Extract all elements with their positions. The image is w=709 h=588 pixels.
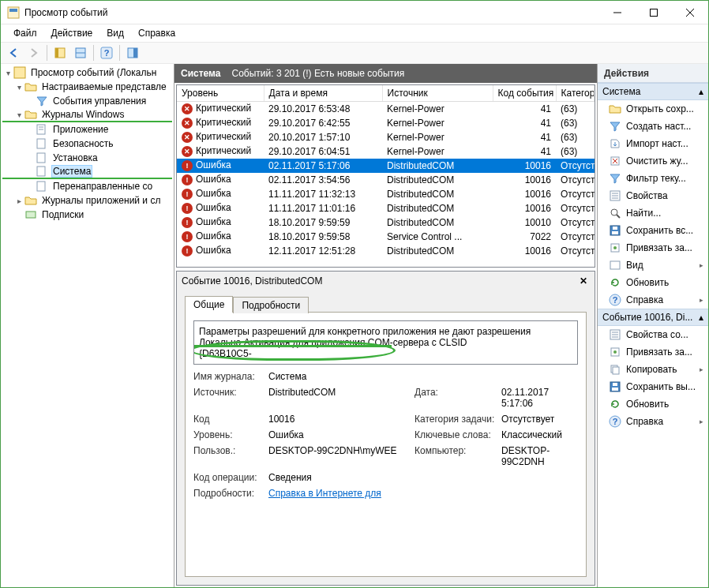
tree-apps-services[interactable]: ▸ Журналы приложений и сл xyxy=(2,193,172,208)
action-item[interactable]: ?Справка▸ xyxy=(598,291,708,309)
action-item[interactable]: Фильтр теку... xyxy=(598,170,708,187)
action-group-system[interactable]: Система ▴ xyxy=(598,83,708,100)
action-item[interactable]: ?Справка▸ xyxy=(598,413,708,430)
minimize-button[interactable] xyxy=(599,1,636,24)
tree-admin-events[interactable]: События управления xyxy=(2,94,172,108)
event-row[interactable]: !Ошибка18.10.2017 9:59:58Service Control… xyxy=(177,230,595,244)
event-row[interactable]: ✕Критический29.10.2017 6:53:48Kernel-Pow… xyxy=(177,102,595,116)
action-icon xyxy=(609,120,621,133)
tree-forwarded[interactable]: Перенаправленные со xyxy=(2,179,172,193)
log-icon xyxy=(36,123,48,136)
level-text: Ошибка xyxy=(196,216,231,227)
toolbar-sep xyxy=(47,45,47,61)
collapse-icon[interactable]: ▴ xyxy=(699,86,703,97)
collapse-icon[interactable]: ▴ xyxy=(699,312,703,323)
online-help-link[interactable]: Справка в Интернете для xyxy=(268,488,578,499)
preview-button[interactable] xyxy=(71,43,90,62)
level-icon: ! xyxy=(182,174,193,185)
svg-rect-1 xyxy=(9,9,17,12)
svg-rect-14 xyxy=(14,67,25,78)
col-source[interactable]: Источник xyxy=(382,85,493,102)
event-row[interactable]: ✕Критический29.10.2017 6:42:55Kernel-Pow… xyxy=(177,116,595,130)
forward-button[interactable] xyxy=(24,43,43,62)
action-item[interactable]: Обновить xyxy=(598,395,708,413)
tree-subscriptions[interactable]: Подписки xyxy=(2,208,172,222)
event-row[interactable]: !Ошибка02.11.2017 5:17:06DistributedCOM1… xyxy=(177,159,595,173)
maximize-button[interactable] xyxy=(636,1,672,24)
tree-security[interactable]: Безопасность xyxy=(2,137,172,151)
action-icon xyxy=(609,363,621,376)
event-row[interactable]: !Ошибка11.11.2017 11:32:13DistributedCOM… xyxy=(177,187,595,201)
close-button[interactable] xyxy=(672,1,708,24)
col-category[interactable]: Категория зад xyxy=(556,85,595,102)
action-item[interactable]: Очистить жу... xyxy=(598,152,708,170)
action-item[interactable]: Импорт наст... xyxy=(598,135,708,152)
collapse-icon[interactable]: ▾ xyxy=(13,110,24,119)
action-item[interactable]: Сохранить вс... xyxy=(598,222,708,239)
level-value: Ошибка xyxy=(268,429,415,440)
action-item[interactable]: Привязать за... xyxy=(598,343,708,361)
tree-system[interactable]: Система xyxy=(2,165,172,179)
menu-action[interactable]: Действие xyxy=(45,26,99,40)
action-item[interactable]: Привязать за... xyxy=(598,239,708,257)
col-id[interactable]: Код события xyxy=(493,85,556,102)
event-list[interactable]: Уровень Дата и время Источник Код событи… xyxy=(176,84,595,268)
action-item[interactable]: Создать наст... xyxy=(598,118,708,135)
event-row[interactable]: !Ошибка02.11.2017 3:54:56DistributedCOM1… xyxy=(177,173,595,187)
event-id: 41 xyxy=(493,144,556,159)
event-row[interactable]: ✕Критический20.10.2017 1:57:10Kernel-Pow… xyxy=(177,130,595,144)
action-group-event[interactable]: Событие 10016, Di... ▴ xyxy=(598,309,708,326)
level-text: Критический xyxy=(196,103,251,114)
action-icon xyxy=(609,172,621,185)
action-label: Обновить xyxy=(626,399,669,410)
show-hide-button[interactable] xyxy=(51,43,69,62)
collapse-icon[interactable]: ▾ xyxy=(13,83,24,92)
action-item[interactable]: Копировать▸ xyxy=(598,361,708,378)
menu-view[interactable]: Вид xyxy=(100,26,130,40)
tab-general[interactable]: Общие xyxy=(185,296,233,313)
level-icon: ! xyxy=(182,245,193,257)
tree-setup[interactable]: Установка xyxy=(2,151,172,165)
event-source: Kernel-Power xyxy=(382,144,493,159)
help-button[interactable]: ? xyxy=(97,43,116,62)
action-item[interactable]: Обновить xyxy=(598,274,708,291)
level-text: Критический xyxy=(196,131,251,142)
tree-application[interactable]: Приложение xyxy=(2,122,172,137)
tree-root[interactable]: ▾ Просмотр событий (Локальн xyxy=(2,66,172,80)
action-pane-button[interactable] xyxy=(123,43,142,62)
action-item[interactable]: Вид▸ xyxy=(598,257,708,274)
tree-custom-views[interactable]: ▾ Настраиваемые представле xyxy=(2,80,172,94)
action-item[interactable]: Открыть сохр... xyxy=(598,100,708,118)
event-date: 11.11.2017 11:01:16 xyxy=(264,201,382,215)
event-category: (63) xyxy=(556,130,595,144)
action-item[interactable]: Свойства со... xyxy=(598,326,708,343)
folder-icon xyxy=(24,194,37,207)
event-row[interactable]: ✕Критический29.10.2017 6:04:51Kernel-Pow… xyxy=(177,144,595,159)
event-description: Параметры разрешений для конкретного при… xyxy=(193,320,578,365)
event-row[interactable]: !Ошибка12.11.2017 12:51:28DistributedCOM… xyxy=(177,244,595,258)
folder-icon xyxy=(24,81,37,93)
col-date[interactable]: Дата и время xyxy=(264,85,382,102)
menu-file[interactable]: Файл xyxy=(7,26,43,40)
action-item[interactable]: Сохранить вы... xyxy=(598,378,708,395)
event-category: Отсутствует xyxy=(556,201,595,215)
action-icon xyxy=(609,224,621,237)
back-button[interactable] xyxy=(4,43,23,62)
expand-icon[interactable]: ▸ xyxy=(13,197,24,205)
action-icon xyxy=(609,189,621,202)
action-item[interactable]: Найти... xyxy=(598,204,708,222)
event-row[interactable]: !Ошибка11.11.2017 11:01:16DistributedCOM… xyxy=(177,201,595,215)
tree-windows-logs[interactable]: ▾ Журналы Windows xyxy=(2,108,172,122)
level-text: Критический xyxy=(196,117,251,128)
action-label: Привязать за... xyxy=(626,242,692,253)
collapse-icon[interactable]: ▾ xyxy=(2,69,13,77)
col-level[interactable]: Уровень xyxy=(177,85,264,102)
event-row[interactable]: !Ошибка18.10.2017 9:59:59DistributedCOM1… xyxy=(177,215,595,230)
event-id: 10016 xyxy=(493,173,556,187)
menu-help[interactable]: Справка xyxy=(132,26,182,40)
svg-rect-33 xyxy=(612,231,618,234)
close-details-button[interactable]: ✕ xyxy=(577,275,590,287)
tab-details[interactable]: Подробности xyxy=(233,297,309,313)
action-item[interactable]: Свойства xyxy=(598,187,708,204)
subscription-icon xyxy=(24,208,37,221)
